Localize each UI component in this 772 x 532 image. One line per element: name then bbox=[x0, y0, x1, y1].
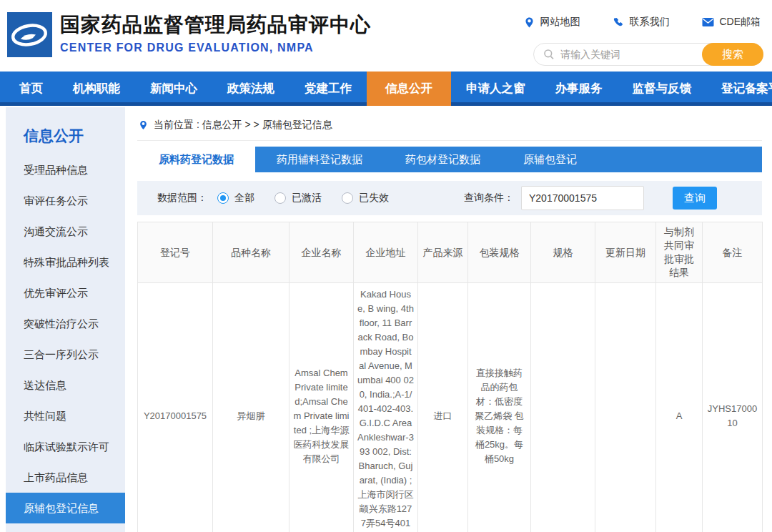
nav-item-party[interactable]: 党建工作 bbox=[290, 72, 367, 106]
sidebar-item-clinical-trial-license[interactable]: 临床试验默示许可 bbox=[6, 431, 125, 462]
sidebar-item-priority-review[interactable]: 优先审评公示 bbox=[6, 277, 125, 308]
breadcrumb-pin-icon bbox=[139, 119, 148, 131]
cell-company-name: Amsal Chem Private limited;Amsal Chem Pr… bbox=[290, 283, 354, 532]
nav-item-applicant-window[interactable]: 申请人之窗 bbox=[451, 72, 540, 106]
sitemap-link[interactable]: 网站地图 bbox=[524, 16, 580, 29]
cde-mail-link[interactable]: CDE邮箱 bbox=[702, 16, 761, 29]
radio-expired-control[interactable] bbox=[342, 192, 353, 204]
radio-all[interactable]: 全部 bbox=[217, 192, 254, 205]
radio-activated-control[interactable] bbox=[274, 192, 286, 204]
sidebar-item-marketed-drugs[interactable]: 上市药品信息 bbox=[6, 462, 125, 493]
query-button[interactable]: 查询 bbox=[673, 187, 717, 210]
sidebar-item-delivery-info[interactable]: 送达信息 bbox=[6, 370, 125, 400]
sidebar-item-communication[interactable]: 沟通交流公示 bbox=[6, 216, 125, 247]
header-quick-links: 网站地图 联系我们 CDE邮箱 bbox=[524, 16, 761, 29]
main-content: 当前位置 : 信息公开 > > 原辅包登记信息 原料药登记数据 药用辅料登记数据… bbox=[137, 107, 762, 532]
nav-item-registration-platform[interactable]: 登记备案平台 bbox=[706, 72, 772, 106]
col-company-address: 企业地址 bbox=[354, 222, 418, 283]
cell-company-address: Kakad House, B wing, 4th floor, 11 Barra… bbox=[354, 283, 418, 532]
sidebar-item-accepted-varieties[interactable]: 受理品种信息 bbox=[6, 154, 125, 185]
col-joint-review-result: 与制剂共同审批审批结果 bbox=[656, 222, 703, 283]
site-search: 搜索 bbox=[533, 43, 763, 66]
nav-item-services[interactable]: 办事服务 bbox=[540, 72, 618, 106]
contact-link-label: 联系我们 bbox=[629, 16, 669, 29]
site-header: 国家药品监督管理局药品审评中心 CENTER FOR DRUG EVALUATI… bbox=[0, 0, 772, 72]
scope-label: 数据范围： bbox=[157, 192, 207, 205]
nav-item-home[interactable]: 首页 bbox=[4, 72, 58, 106]
nav-item-functions[interactable]: 机构职能 bbox=[58, 72, 135, 106]
table-row: Y20170001575 异烟肼 Amsal Chem Private limi… bbox=[138, 283, 763, 532]
tab-packaging-registration[interactable]: 药包材登记数据 bbox=[384, 147, 502, 172]
query-condition-label: 查询条件： bbox=[464, 192, 514, 205]
site-title: 国家药品监督管理局药品审评中心 bbox=[60, 13, 371, 37]
sidebar-title: 信息公开 bbox=[6, 107, 125, 154]
cell-update-date bbox=[595, 283, 656, 532]
search-input[interactable] bbox=[555, 49, 703, 60]
col-update-date: 更新日期 bbox=[595, 222, 656, 283]
cell-spec bbox=[531, 283, 595, 532]
cell-packaging-spec: 直接接触药品的药包材：低密度聚乙烯袋 包装规格：每桶25kg。每桶50kg bbox=[468, 283, 531, 532]
cell-joint-review-result: A bbox=[656, 283, 703, 532]
sidebar-item-breakthrough-therapy[interactable]: 突破性治疗公示 bbox=[6, 308, 125, 339]
nav-item-supervision[interactable]: 监督与反馈 bbox=[618, 72, 707, 106]
sidebar-item-common-issues[interactable]: 共性问题 bbox=[6, 400, 125, 431]
nav-item-news[interactable]: 新闻中心 bbox=[135, 72, 212, 106]
radio-activated[interactable]: 已激活 bbox=[274, 192, 322, 205]
filter-bar: 数据范围： 全部 已激活 已失效 查询条件： 查询 bbox=[137, 181, 762, 215]
col-remark: 备注 bbox=[703, 222, 763, 283]
col-reg-no: 登记号 bbox=[138, 222, 213, 283]
location-pin-icon bbox=[524, 16, 535, 29]
phone-icon bbox=[613, 16, 624, 28]
cde-mail-link-label: CDE邮箱 bbox=[719, 16, 761, 29]
col-product-source: 产品来源 bbox=[418, 222, 468, 283]
scope-radio-group: 全部 已激活 已失效 bbox=[217, 192, 389, 205]
breadcrumb: 当前位置 : 信息公开 > > 原辅包登记信息 bbox=[137, 107, 762, 141]
main-nav: 首页 机构职能 新闻中心 政策法规 党建工作 信息公开 申请人之窗 办事服务 监… bbox=[0, 72, 772, 106]
search-button[interactable]: 搜索 bbox=[702, 43, 763, 66]
sidebar-item-three-in-one[interactable]: 三合一序列公示 bbox=[6, 339, 125, 370]
site-subtitle: CENTER FOR DRUG EVALUATION, NMPA bbox=[60, 41, 371, 54]
radio-all-control[interactable] bbox=[217, 192, 229, 204]
col-packaging-spec: 包装规格 bbox=[468, 222, 531, 283]
contact-link[interactable]: 联系我们 bbox=[613, 16, 669, 29]
data-tabs: 原料药登记数据 药用辅料登记数据 药包材登记数据 原辅包登记 bbox=[137, 147, 762, 172]
query-condition-input[interactable] bbox=[521, 186, 644, 210]
col-company-name: 企业名称 bbox=[290, 222, 354, 283]
search-icon bbox=[543, 49, 555, 60]
cell-product-name: 异烟肼 bbox=[213, 283, 290, 532]
envelope-icon bbox=[702, 17, 714, 27]
cell-reg-no: Y20170001575 bbox=[138, 283, 213, 532]
radio-all-label: 全部 bbox=[234, 192, 254, 205]
results-table: 登记号 品种名称 企业名称 企业地址 产品来源 包装规格 规格 更新日期 与制剂… bbox=[137, 222, 763, 532]
radio-expired[interactable]: 已失效 bbox=[342, 192, 389, 205]
tab-api-registration[interactable]: 原料药登记数据 bbox=[137, 147, 255, 172]
brand-block: 国家药品监督管理局药品审评中心 CENTER FOR DRUG EVALUATI… bbox=[60, 13, 371, 54]
radio-expired-label: 已失效 bbox=[359, 192, 389, 205]
sidebar-item-special-approval[interactable]: 特殊审批品种列表 bbox=[6, 247, 125, 277]
cde-logo-icon bbox=[7, 12, 52, 57]
sidebar-item-review-tasks[interactable]: 审评任务公示 bbox=[6, 185, 125, 216]
cell-product-source: 进口 bbox=[418, 283, 468, 532]
cell-remark: JYHS1700010 bbox=[703, 283, 763, 532]
col-product-name: 品种名称 bbox=[213, 222, 290, 283]
breadcrumb-text: 当前位置 : 信息公开 > > 原辅包登记信息 bbox=[154, 119, 332, 132]
sidebar-item-raw-excipient-packaging[interactable]: 原辅包登记信息 bbox=[6, 493, 125, 523]
tab-raw-excipient-pack[interactable]: 原辅包登记 bbox=[502, 147, 598, 172]
sitemap-link-label: 网站地图 bbox=[540, 16, 580, 29]
nav-item-info-disclosure[interactable]: 信息公开 bbox=[367, 72, 451, 106]
col-spec: 规格 bbox=[531, 222, 595, 283]
tab-excipient-registration[interactable]: 药用辅料登记数据 bbox=[255, 147, 384, 172]
cde-logo bbox=[7, 12, 52, 57]
nav-item-policies[interactable]: 政策法规 bbox=[212, 72, 290, 106]
sidebar: 信息公开 受理品种信息 审评任务公示 沟通交流公示 特殊审批品种列表 优先审评公… bbox=[6, 107, 125, 532]
radio-activated-label: 已激活 bbox=[292, 192, 322, 205]
table-header-row: 登记号 品种名称 企业名称 企业地址 产品来源 包装规格 规格 更新日期 与制剂… bbox=[138, 222, 763, 283]
